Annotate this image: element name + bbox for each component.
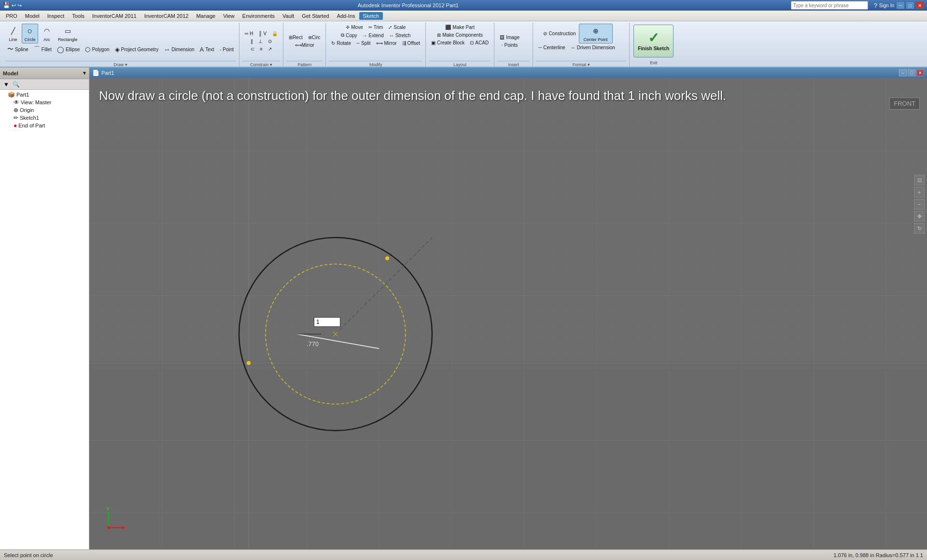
ribbon-line-btn[interactable]: ╱ Line xyxy=(5,24,21,43)
ribbon-pattern-circ[interactable]: ⊛Circ xyxy=(306,34,323,41)
ribbon-rectangle-btn[interactable]: ▭ Rectangle xyxy=(56,24,80,43)
ribbon-split-btn[interactable]: ─Split xyxy=(354,40,373,47)
canvas-titlebar: 📄 Part1 ─ □ ✕ xyxy=(89,68,927,78)
ribbon-pattern-rect[interactable]: ⊞Rect xyxy=(286,34,305,41)
menu-getstarted[interactable]: Get Started xyxy=(298,12,333,20)
svg-text:X: X xyxy=(124,525,127,531)
ribbon-mirror-btn[interactable]: ⟺Mirror xyxy=(374,40,399,47)
ribbon-construction-btn[interactable]: ⊘Construction xyxy=(541,24,578,43)
menu-inventorcam2011[interactable]: InventorCAM 2011 xyxy=(88,12,140,20)
search-input[interactable] xyxy=(793,3,866,8)
sign-in[interactable]: Sign In xyxy=(879,3,894,8)
ribbon-points-btn[interactable]: ·Points xyxy=(499,42,520,49)
ribbon-make-part-btn[interactable]: ⬛Make Part xyxy=(443,24,477,31)
minimize-button[interactable]: ─ xyxy=(896,1,905,9)
menu-view[interactable]: View xyxy=(219,12,239,20)
ribbon-fillet-btn[interactable]: ⌒Fillet xyxy=(31,44,54,55)
ribbon-make-components-btn[interactable]: ⊞Make Components xyxy=(435,31,485,39)
front-label: FRONT xyxy=(889,98,920,110)
menu-addins[interactable]: Add-Ins xyxy=(333,12,359,20)
quick-access-save[interactable]: 💾 xyxy=(3,2,10,9)
axis-indicator: X Y xyxy=(99,506,128,535)
ribbon-rotate-btn[interactable]: ↻Rotate xyxy=(329,40,353,47)
ribbon-dimension-btn[interactable]: ↔Dimension xyxy=(161,45,197,54)
menu-environments[interactable]: Environments xyxy=(239,12,279,20)
tree-item-end-of-part[interactable]: ● End of Part xyxy=(0,122,89,129)
view-zoom-fit[interactable]: ⊡ xyxy=(914,175,925,185)
menu-manage[interactable]: Manage xyxy=(192,12,219,20)
ribbon-project-geometry-btn[interactable]: ◈Project Geometry xyxy=(112,45,161,54)
sidebar-search-icon[interactable]: 🔍 xyxy=(12,80,20,89)
svg-point-21 xyxy=(107,526,110,529)
ribbon-constrain-c[interactable]: ⊂ xyxy=(248,45,257,53)
ribbon-constrain-p2[interactable]: ⊥ xyxy=(256,38,265,45)
view-pan[interactable]: ✥ xyxy=(914,211,925,222)
ribbon-constrain-t[interactable]: ⊙ xyxy=(266,38,274,45)
ribbon-constrain-f[interactable]: ↗ xyxy=(266,45,274,53)
ribbon-constrain-s[interactable]: ≡ xyxy=(257,45,265,53)
ribbon-copy-btn[interactable]: ⧉Copy xyxy=(338,31,359,39)
part-icon: 📦 xyxy=(8,91,15,98)
ribbon-point-btn[interactable]: ·Point xyxy=(217,45,236,54)
ribbon-create-block-btn[interactable]: ▣Create Block xyxy=(429,39,467,46)
ribbon-centerline-btn[interactable]: ─Centerline xyxy=(536,44,568,51)
ribbon-constrain-v[interactable]: ║ V xyxy=(256,30,269,37)
ribbon-constrain-lock[interactable]: 🔒 xyxy=(269,30,280,37)
canvas-min-btn[interactable]: ─ xyxy=(899,70,907,76)
ribbon-stretch-btn[interactable]: ↔Stretch xyxy=(387,31,413,39)
ribbon-polygon-btn[interactable]: ⬡Polygon xyxy=(83,45,112,54)
tree-item-view-master[interactable]: 👁 View: Master xyxy=(0,98,89,106)
status-message: Select point on circle xyxy=(4,552,53,558)
dimension-input[interactable]: ▶ xyxy=(314,317,321,324)
help-icon[interactable]: ? xyxy=(874,2,877,9)
quick-access-undo[interactable]: ↩ xyxy=(12,2,16,9)
view-zoom-in[interactable]: + xyxy=(914,187,925,197)
canvas-max-btn[interactable]: □ xyxy=(908,70,915,76)
canvas-area[interactable]: 📄 Part1 ─ □ ✕ xyxy=(89,68,927,549)
ribbon-pattern-mirror[interactable]: ⟺Mirror xyxy=(293,42,317,49)
ribbon-constrain-h[interactable]: ═ H xyxy=(242,30,255,37)
ribbon-driven-dimension-btn[interactable]: ↔Driven Dimension xyxy=(568,44,618,51)
ribbon-text-btn[interactable]: AText xyxy=(197,45,217,54)
menu-pro[interactable]: PRO xyxy=(2,12,21,20)
ribbon-trim-btn[interactable]: ✂Trim xyxy=(366,24,386,31)
canvas-close-btn[interactable]: ✕ xyxy=(916,70,924,76)
ribbon-group-insert: 🖼Image ·Points Insert xyxy=(494,23,533,67)
ribbon-circle-btn[interactable]: ○ Circle xyxy=(22,24,38,43)
menu-vault[interactable]: Vault xyxy=(279,12,298,20)
sketch-icon: ✏ xyxy=(14,114,18,121)
ribbon-extend-btn[interactable]: →Extend xyxy=(360,31,386,39)
menu-model[interactable]: Model xyxy=(21,12,43,20)
sidebar-dropdown-icon[interactable]: ▾ xyxy=(83,70,86,76)
view-zoom-out[interactable]: − xyxy=(914,199,925,210)
menu-inventorcam2012[interactable]: InventorCAM 2012 xyxy=(140,12,193,20)
ribbon-image-btn[interactable]: 🖼Image xyxy=(497,34,522,41)
sidebar-filter-icon[interactable]: ▼ xyxy=(2,80,11,89)
finish-sketch-button[interactable]: ✓ Finish Sketch xyxy=(633,25,674,57)
status-bar: Select point on circle 1.076 in, 0.988 i… xyxy=(0,549,927,560)
tree-item-sketch1[interactable]: ✏ Sketch1 xyxy=(0,114,89,122)
view-orbit[interactable]: ↻ xyxy=(914,223,925,234)
ribbon-constrain-p1[interactable]: ∥ xyxy=(248,38,255,45)
pattern-group-label: Pattern xyxy=(286,61,323,67)
drawing-canvas[interactable]: .770 ▶ Now draw a circle (not a construc… xyxy=(89,78,927,549)
menu-tools[interactable]: Tools xyxy=(68,12,88,20)
ribbon-ellipse-btn[interactable]: ◯Ellipse xyxy=(55,45,82,54)
tree-item-origin[interactable]: ⊕ Origin xyxy=(0,106,89,114)
maximize-button[interactable]: □ xyxy=(906,1,914,9)
tree-item-part1[interactable]: 📦 Part1 xyxy=(0,91,89,98)
checkmark-icon: ✓ xyxy=(648,31,659,45)
quick-access-redo[interactable]: ↪ xyxy=(17,2,22,9)
ribbon-offset-btn[interactable]: ⇶Offset xyxy=(400,40,423,47)
ribbon-move-btn[interactable]: ✛Move xyxy=(343,24,365,31)
ribbon-group-format: ⊘Construction ⊕ Center Point ─Centerline… xyxy=(533,23,630,67)
ribbon-center-point-btn[interactable]: ⊕ Center Point xyxy=(579,24,613,43)
close-button[interactable]: ✕ xyxy=(915,1,924,9)
menu-sketch[interactable]: Sketch xyxy=(359,12,383,20)
ribbon-acad-btn[interactable]: ⊡ACAD xyxy=(467,39,491,46)
menu-inspect[interactable]: Inspect xyxy=(43,12,68,20)
ribbon-scale-btn[interactable]: ⤢Scale xyxy=(386,24,408,31)
exit-group-label: Exit xyxy=(633,59,674,65)
ribbon-arc-btn[interactable]: ◠ Arc xyxy=(39,24,55,43)
ribbon-spline-btn[interactable]: 〜Spline xyxy=(5,44,31,55)
